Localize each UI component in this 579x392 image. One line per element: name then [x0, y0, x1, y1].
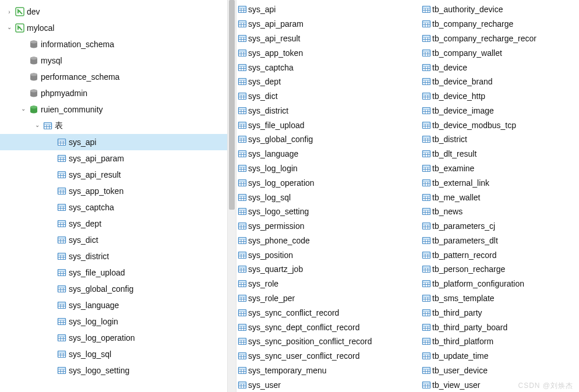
- table-item-tb_news[interactable]: tb_news: [421, 204, 578, 219]
- table-item-sys_role[interactable]: sys_role: [236, 277, 419, 291]
- table-item-label: sys_api_result: [248, 34, 301, 43]
- table-item-tb_company_wallet[interactable]: tb_company_wallet: [421, 45, 578, 60]
- expand-arrow-icon[interactable]: ⌄: [5, 22, 14, 31]
- table-item-tb_sms_template[interactable]: tb_sms_template: [421, 291, 578, 306]
- tree-item-mylocal[interactable]: ⌄mylocal: [0, 20, 227, 36]
- scrollbar[interactable]: [227, 0, 236, 392]
- tree-item-sys_api[interactable]: ›sys_api: [0, 134, 227, 150]
- tree-item-sys_global_config[interactable]: ›sys_global_config: [0, 281, 227, 297]
- table-item-tb_third_party[interactable]: tb_third_party: [421, 305, 578, 320]
- table-item-tb_company_recharge_recor[interactable]: tb_company_recharge_recor: [421, 31, 578, 46]
- table-item-sys_api_result[interactable]: sys_api_result: [236, 31, 419, 46]
- expand-arrow-icon: ›: [19, 56, 28, 65]
- tree-item-sys_log_sql[interactable]: ›sys_log_sql: [0, 346, 227, 362]
- scrollbar-thumb[interactable]: [229, 0, 235, 210]
- table-item-sys_log_login[interactable]: sys_log_login: [236, 161, 419, 176]
- table-icon: [238, 34, 247, 43]
- table-item-sys_role_per[interactable]: sys_role_per: [236, 291, 419, 306]
- tree-item-ruien_community[interactable]: ⌄ruien_community: [0, 101, 227, 118]
- tree-item-sys_captcha[interactable]: ›sys_captcha: [0, 199, 227, 216]
- table-item-tb_third_party_board[interactable]: tb_third_party_board: [421, 320, 578, 334]
- table-item-sys_user[interactable]: sys_user: [236, 377, 419, 392]
- table-item-sys_logo_setting[interactable]: sys_logo_setting: [236, 204, 419, 219]
- table-item-sys_sync_position_conflict_record[interactable]: sys_sync_position_conflict_record: [236, 334, 419, 349]
- table-item-sys_log_operation[interactable]: sys_log_operation: [236, 175, 419, 190]
- table-icon: [422, 91, 431, 101]
- table-item-tb_device[interactable]: tb_device: [421, 60, 578, 75]
- table-item-tb_district[interactable]: tb_district: [421, 132, 578, 147]
- table-item-sys_sync_user_conflict_record[interactable]: sys_sync_user_conflict_record: [236, 349, 419, 363]
- tree-item-sys_logo_setting[interactable]: ›sys_logo_setting: [0, 362, 227, 379]
- table-item-tb_device_brand[interactable]: tb_device_brand: [421, 75, 578, 89]
- tree-item-sys_app_token[interactable]: ›sys_app_token: [0, 183, 227, 199]
- expand-arrow-icon[interactable]: ›: [5, 7, 14, 16]
- tree-item-sys_district[interactable]: ›sys_district: [0, 248, 227, 264]
- table-item-sys_phone_code[interactable]: sys_phone_code: [236, 234, 419, 248]
- table-item-sys_sync_conflict_record[interactable]: sys_sync_conflict_record: [236, 305, 419, 320]
- tree-item-performance_schema[interactable]: ›performance_schema: [0, 69, 227, 85]
- expand-arrow-icon[interactable]: ⌄: [33, 120, 42, 129]
- table-item-sys_quartz_job[interactable]: sys_quartz_job: [236, 262, 419, 277]
- tree-item-sys_language[interactable]: ›sys_language: [0, 297, 227, 313]
- tree-item-sys_dept[interactable]: ›sys_dept: [0, 216, 227, 232]
- tree-item-sys_api_param[interactable]: ›sys_api_param: [0, 150, 227, 167]
- table-item-sys_file_upload[interactable]: sys_file_upload: [236, 118, 419, 132]
- table-item-sys_dept[interactable]: sys_dept: [236, 75, 419, 89]
- table-item-sys_captcha[interactable]: sys_captcha: [236, 60, 419, 75]
- table-item-tb_external_link[interactable]: tb_external_link: [421, 175, 578, 190]
- table-item-sys_api_param[interactable]: sys_api_param: [236, 17, 419, 31]
- table-item-label: tb_device_image: [432, 106, 494, 115]
- table-item-sys_dict[interactable]: sys_dict: [236, 89, 419, 104]
- table-item-tb_device_modbus_tcp[interactable]: tb_device_modbus_tcp: [421, 118, 578, 132]
- tree-item-information_schema[interactable]: ›information_schema: [0, 36, 227, 52]
- table-item-tb_user_device[interactable]: tb_user_device: [421, 363, 578, 378]
- table-item-sys_language[interactable]: sys_language: [236, 147, 419, 161]
- table-item-tb_parameters_dlt[interactable]: tb_parameters_dlt: [421, 234, 578, 248]
- database-tree[interactable]: ›dev⌄mylocal›information_schema›mysql›pe…: [0, 0, 227, 392]
- table-item-tb_examine[interactable]: tb_examine: [421, 161, 578, 176]
- table-icon: [422, 121, 431, 130]
- table-item-label: sys_sync_dept_conflict_record: [248, 323, 359, 332]
- table-item-tb_platform_configuration[interactable]: tb_platform_configuration: [421, 277, 578, 291]
- table-icon: [238, 294, 247, 303]
- table-item-sys_permission[interactable]: sys_permission: [236, 219, 419, 234]
- table-item-label: tb_parameters_cj: [432, 221, 495, 231]
- table-item-tb_pattern_record[interactable]: tb_pattern_record: [421, 248, 578, 262]
- expand-arrow-icon: ›: [47, 301, 56, 310]
- watermark: CSDN @刘焕杰: [518, 381, 573, 391]
- table-item-tb_parameters_cj[interactable]: tb_parameters_cj: [421, 219, 578, 234]
- table-item-tb_update_time[interactable]: tb_update_time: [421, 349, 578, 363]
- tree-item-mysql[interactable]: ›mysql: [0, 52, 227, 69]
- table-item-sys_api[interactable]: sys_api: [236, 2, 419, 17]
- tree-item-sys_file_upload[interactable]: ›sys_file_upload: [0, 264, 227, 281]
- expand-arrow-icon[interactable]: ⌄: [19, 104, 28, 113]
- tree-item-sys_api_result[interactable]: ›sys_api_result: [0, 167, 227, 183]
- tree-item-表[interactable]: ⌄表: [0, 118, 227, 134]
- expand-arrow-icon: ›: [47, 170, 56, 179]
- table-item-sys_temporary_menu[interactable]: sys_temporary_menu: [236, 363, 419, 378]
- table-item-sys_position[interactable]: sys_position: [236, 248, 419, 262]
- expand-arrow-icon: ›: [19, 72, 28, 82]
- table-item-label: tb_third_platform: [432, 337, 493, 346]
- table-item-tb_authority_device[interactable]: tb_authority_device: [421, 2, 578, 17]
- table-item-tb_person_recharge[interactable]: tb_person_recharge: [421, 262, 578, 277]
- content-panel: sys_apisys_api_paramsys_api_resultsys_ap…: [227, 0, 579, 392]
- table-item-sys_app_token[interactable]: sys_app_token: [236, 45, 419, 60]
- table-item-sys_log_sql[interactable]: sys_log_sql: [236, 190, 419, 204]
- table-item-sys_global_config[interactable]: sys_global_config: [236, 132, 419, 147]
- table-item-tb_me_wallet[interactable]: tb_me_wallet: [421, 190, 578, 204]
- tree-item-sys_log_login[interactable]: ›sys_log_login: [0, 313, 227, 330]
- table-item-tb_dlt_result[interactable]: tb_dlt_result: [421, 147, 578, 161]
- tree-item-label: sys_global_config: [69, 284, 133, 294]
- table-item-sys_sync_dept_conflict_record[interactable]: sys_sync_dept_conflict_record: [236, 320, 419, 334]
- tree-item-phpmyadmin[interactable]: ›phpmyadmin: [0, 85, 227, 101]
- tree-item-dev[interactable]: ›dev: [0, 3, 227, 20]
- table-item-tb_company_recharge[interactable]: tb_company_recharge: [421, 17, 578, 31]
- tree-item-sys_log_operation[interactable]: ›sys_log_operation: [0, 330, 227, 346]
- table-item-tb_device_image[interactable]: tb_device_image: [421, 103, 578, 118]
- tree-item-sys_dict[interactable]: ›sys_dict: [0, 232, 227, 248]
- table-icon: [57, 317, 66, 326]
- table-item-sys_district[interactable]: sys_district: [236, 103, 419, 118]
- table-item-tb_device_http[interactable]: tb_device_http: [421, 89, 578, 104]
- table-item-tb_third_platform[interactable]: tb_third_platform: [421, 334, 578, 349]
